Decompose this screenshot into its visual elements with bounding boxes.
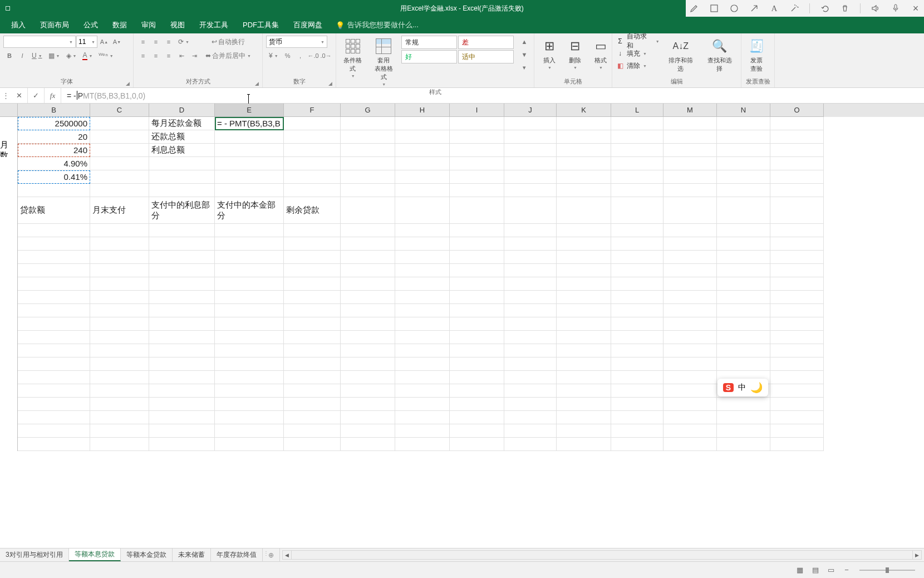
cell[interactable]: [149, 304, 215, 317]
cell[interactable]: [395, 384, 450, 398]
cell[interactable]: 贷款额: [18, 197, 90, 224]
cell[interactable]: [557, 398, 611, 411]
fill-color-button[interactable]: ◈▼: [63, 50, 80, 62]
cell[interactable]: [341, 130, 395, 144]
col-header[interactable]: O: [770, 104, 824, 117]
cell[interactable]: [557, 224, 611, 237]
cell[interactable]: [341, 424, 395, 438]
cell[interactable]: [90, 291, 149, 304]
sort-filter-button[interactable]: A↓Z排序和筛选: [663, 36, 699, 75]
cell[interactable]: [663, 264, 717, 277]
cell[interactable]: [611, 411, 663, 424]
cell[interactable]: [395, 130, 450, 144]
cell[interactable]: [90, 184, 149, 197]
scroll-left-icon[interactable]: ◀: [283, 551, 292, 559]
cell[interactable]: [215, 144, 284, 157]
cell[interactable]: [770, 184, 824, 197]
cell[interactable]: [450, 184, 504, 197]
cell[interactable]: [149, 251, 215, 264]
cell[interactable]: [504, 357, 557, 371]
cell[interactable]: [717, 117, 770, 130]
cell[interactable]: [284, 184, 341, 197]
cell[interactable]: [717, 344, 770, 357]
undo-icon[interactable]: [820, 3, 830, 13]
cell[interactable]: [341, 384, 395, 398]
delete-cells-button[interactable]: ⊟删除▼: [563, 36, 587, 71]
col-header[interactable]: H: [395, 104, 450, 117]
cell[interactable]: [450, 170, 504, 184]
cell[interactable]: [395, 170, 450, 184]
cell[interactable]: [341, 291, 395, 304]
cell[interactable]: [504, 277, 557, 291]
cell[interactable]: [215, 357, 284, 371]
cell[interactable]: 支付中的利息部分: [149, 197, 215, 224]
cell[interactable]: [149, 424, 215, 438]
cell[interactable]: [717, 264, 770, 277]
increase-decimal-icon[interactable]: ←.0: [307, 50, 320, 62]
cell[interactable]: [770, 331, 824, 344]
col-header[interactable]: E: [215, 104, 284, 117]
col-header[interactable]: D: [149, 104, 215, 117]
cell[interactable]: [215, 317, 284, 331]
select-all-corner[interactable]: [0, 104, 18, 117]
cell[interactable]: [717, 251, 770, 264]
cell[interactable]: [717, 291, 770, 304]
cell[interactable]: [90, 398, 149, 411]
cell[interactable]: [18, 224, 90, 237]
cell[interactable]: [341, 184, 395, 197]
cell[interactable]: [770, 371, 824, 384]
square-icon[interactable]: [709, 3, 719, 13]
cell[interactable]: [504, 438, 557, 451]
gallery-down-icon[interactable]: ▼: [518, 48, 530, 61]
style-bad[interactable]: 差: [458, 36, 514, 49]
align-right-icon[interactable]: ≡: [163, 50, 175, 62]
cell[interactable]: [504, 371, 557, 384]
cell[interactable]: [395, 157, 450, 170]
cell[interactable]: [395, 411, 450, 424]
cell[interactable]: [611, 398, 663, 411]
cell[interactable]: [504, 398, 557, 411]
cell[interactable]: [284, 130, 341, 144]
cell[interactable]: [341, 224, 395, 237]
cell[interactable]: [557, 304, 611, 317]
menu-devtools[interactable]: 开发工具: [193, 17, 235, 33]
cell[interactable]: [395, 398, 450, 411]
cell[interactable]: [504, 184, 557, 197]
cell[interactable]: [395, 438, 450, 451]
cell[interactable]: [717, 357, 770, 371]
cell[interactable]: [90, 411, 149, 424]
cell[interactable]: [557, 317, 611, 331]
arrow-icon[interactable]: [749, 3, 759, 13]
cell[interactable]: [90, 344, 149, 357]
cell[interactable]: [284, 344, 341, 357]
cell[interactable]: [504, 130, 557, 144]
cell[interactable]: [504, 264, 557, 277]
decrease-decimal-icon[interactable]: .0→: [320, 50, 332, 62]
cell[interactable]: [90, 424, 149, 438]
cell[interactable]: [18, 331, 90, 344]
cell[interactable]: [770, 344, 824, 357]
cell[interactable]: [663, 251, 717, 264]
tell-me-search[interactable]: 💡 告诉我您想要做什么...: [330, 20, 419, 30]
cell[interactable]: [770, 264, 824, 277]
ime-widget[interactable]: S 中 🌙: [717, 379, 768, 396]
menu-pdf[interactable]: PDF工具集: [236, 17, 286, 33]
tab-grip-icon[interactable]: ⋮: [263, 550, 269, 556]
cell[interactable]: [395, 291, 450, 304]
cell[interactable]: [611, 157, 663, 170]
cell[interactable]: [450, 317, 504, 331]
cell[interactable]: [395, 144, 450, 157]
cell[interactable]: 每月还款金额: [149, 117, 215, 130]
cell[interactable]: [450, 157, 504, 170]
cell[interactable]: [504, 304, 557, 317]
cell[interactable]: [504, 344, 557, 357]
cell[interactable]: [395, 251, 450, 264]
cell[interactable]: [395, 237, 450, 251]
menu-baidu[interactable]: 百度网盘: [287, 17, 329, 33]
format-cells-button[interactable]: ▭格式▼: [589, 36, 612, 71]
cell[interactable]: [717, 237, 770, 251]
cell[interactable]: [504, 197, 557, 224]
cell[interactable]: [284, 371, 341, 384]
comma-button[interactable]: ,: [294, 50, 307, 62]
cell[interactable]: [149, 224, 215, 237]
